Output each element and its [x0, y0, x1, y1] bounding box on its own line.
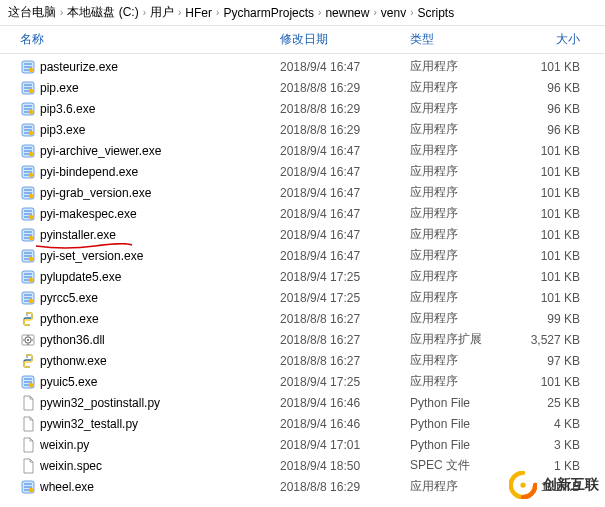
- file-date: 2018/9/4 16:47: [280, 144, 410, 158]
- file-name: pyi-makespec.exe: [40, 207, 137, 221]
- file-row[interactable]: pyinstaller.exe2018/9/4 16:47应用程序101 KB: [0, 224, 605, 245]
- file-date: 2018/8/8 16:27: [280, 354, 410, 368]
- file-size: 101 KB: [520, 186, 590, 200]
- file-type: SPEC 文件: [410, 457, 520, 474]
- file-row[interactable]: weixin.spec2018/9/4 18:50SPEC 文件1 KB: [0, 455, 605, 476]
- svg-point-17: [29, 235, 33, 239]
- file-name: python36.dll: [40, 333, 105, 347]
- file-type: 应用程序: [410, 100, 520, 117]
- col-header-date[interactable]: 修改日期: [280, 31, 410, 48]
- file-type: 应用程序: [410, 310, 520, 327]
- file-size: 1 KB: [520, 459, 590, 473]
- breadcrumb-item[interactable]: 本地磁盘 (C:): [67, 4, 138, 21]
- file-type: 应用程序: [410, 289, 520, 306]
- file-date: 2018/8/8 16:27: [280, 333, 410, 347]
- file-size: 101 KB: [520, 249, 590, 263]
- breadcrumb-item[interactable]: HFer: [185, 6, 212, 20]
- file-row[interactable]: wheel.exe2018/8/8 16:29应用程序101 KB: [0, 476, 605, 497]
- file-size: 101 KB: [520, 144, 590, 158]
- exe-icon: [20, 164, 36, 180]
- col-header-name[interactable]: 名称: [20, 31, 280, 48]
- file-date: 2018/9/4 17:25: [280, 291, 410, 305]
- exe-icon: [20, 206, 36, 222]
- exe-icon: [20, 59, 36, 75]
- file-date: 2018/9/4 16:47: [280, 60, 410, 74]
- file-name: pip3.6.exe: [40, 102, 95, 116]
- exe-icon: [20, 290, 36, 306]
- breadcrumb-item[interactable]: 用户: [150, 4, 174, 21]
- file-date: 2018/9/4 17:25: [280, 270, 410, 284]
- file-name: pyi-archive_viewer.exe: [40, 144, 161, 158]
- exe-icon: [20, 227, 36, 243]
- file-date: 2018/8/8 16:29: [280, 123, 410, 137]
- svg-point-24: [26, 314, 28, 316]
- file-date: 2018/9/4 17:25: [280, 375, 410, 389]
- file-size: 3,527 KB: [520, 333, 590, 347]
- chevron-right-icon: ›: [178, 7, 181, 18]
- file-row[interactable]: pyi-grab_version.exe2018/9/4 16:47应用程序10…: [0, 182, 605, 203]
- file-row[interactable]: pyi-set_version.exe2018/9/4 16:47应用程序101…: [0, 245, 605, 266]
- file-row[interactable]: pip.exe2018/8/8 16:29应用程序96 KB: [0, 77, 605, 98]
- file-date: 2018/9/4 17:01: [280, 438, 410, 452]
- file-row[interactable]: python36.dll2018/8/8 16:27应用程序扩展3,527 KB: [0, 329, 605, 350]
- file-date: 2018/8/8 16:29: [280, 480, 410, 494]
- file-size: 101 KB: [520, 165, 590, 179]
- file-row[interactable]: pyi-makespec.exe2018/9/4 16:47应用程序101 KB: [0, 203, 605, 224]
- file-row[interactable]: python.exe2018/8/8 16:27应用程序99 KB: [0, 308, 605, 329]
- file-row[interactable]: pywin32_postinstall.py2018/9/4 16:46Pyth…: [0, 392, 605, 413]
- file-row[interactable]: pyi-archive_viewer.exe2018/9/4 16:47应用程序…: [0, 140, 605, 161]
- svg-point-28: [26, 356, 28, 358]
- svg-point-19: [29, 256, 33, 260]
- chevron-right-icon: ›: [318, 7, 321, 18]
- breadcrumb-item[interactable]: 这台电脑: [8, 4, 56, 21]
- file-date: 2018/9/4 16:47: [280, 186, 410, 200]
- chevron-right-icon: ›: [216, 7, 219, 18]
- file-name: pyi-grab_version.exe: [40, 186, 151, 200]
- file-name: weixin.py: [40, 438, 89, 452]
- svg-point-32: [29, 487, 33, 491]
- breadcrumb-item[interactable]: PycharmProjects: [223, 6, 314, 20]
- file-size: 101 KB: [520, 480, 590, 494]
- exe-icon: [20, 479, 36, 495]
- exe-icon: [20, 248, 36, 264]
- file-row[interactable]: pip3.exe2018/8/8 16:29应用程序96 KB: [0, 119, 605, 140]
- svg-point-13: [29, 193, 33, 197]
- file-icon: [20, 395, 36, 411]
- chevron-right-icon: ›: [410, 7, 413, 18]
- file-size: 101 KB: [520, 270, 590, 284]
- file-row[interactable]: pylupdate5.exe2018/9/4 17:25应用程序101 KB: [0, 266, 605, 287]
- file-size: 4 KB: [520, 417, 590, 431]
- file-size: 3 KB: [520, 438, 590, 452]
- file-row[interactable]: pyuic5.exe2018/9/4 17:25应用程序101 KB: [0, 371, 605, 392]
- file-row[interactable]: pyrcc5.exe2018/9/4 17:25应用程序101 KB: [0, 287, 605, 308]
- file-row[interactable]: pasteurize.exe2018/9/4 16:47应用程序101 KB: [0, 56, 605, 77]
- svg-point-27: [27, 339, 29, 341]
- breadcrumb-item[interactable]: venv: [381, 6, 406, 20]
- py-icon: [20, 353, 36, 369]
- col-header-type[interactable]: 类型: [410, 31, 520, 48]
- file-row[interactable]: pyi-bindepend.exe2018/9/4 16:47应用程序101 K…: [0, 161, 605, 182]
- breadcrumb-item[interactable]: newnew: [325, 6, 369, 20]
- file-type: 应用程序: [410, 79, 520, 96]
- col-header-size[interactable]: 大小: [520, 31, 590, 48]
- file-size: 101 KB: [520, 375, 590, 389]
- file-name: weixin.spec: [40, 459, 102, 473]
- file-row[interactable]: weixin.py2018/9/4 17:01Python File3 KB: [0, 434, 605, 455]
- file-type: 应用程序扩展: [410, 331, 520, 348]
- py-icon: [20, 311, 36, 327]
- exe-icon: [20, 101, 36, 117]
- breadcrumb-item[interactable]: Scripts: [418, 6, 455, 20]
- file-icon: [20, 458, 36, 474]
- file-type: 应用程序: [410, 121, 520, 138]
- file-name: python.exe: [40, 312, 99, 326]
- svg-point-1: [29, 67, 33, 71]
- file-row[interactable]: pywin32_testall.py2018/9/4 16:46Python F…: [0, 413, 605, 434]
- file-date: 2018/9/4 16:47: [280, 207, 410, 221]
- file-row[interactable]: pip3.6.exe2018/8/8 16:29应用程序96 KB: [0, 98, 605, 119]
- file-size: 99 KB: [520, 312, 590, 326]
- exe-icon: [20, 185, 36, 201]
- file-icon: [20, 437, 36, 453]
- file-row[interactable]: pythonw.exe2018/8/8 16:27应用程序97 KB: [0, 350, 605, 371]
- svg-point-15: [29, 214, 33, 218]
- file-name: pyinstaller.exe: [40, 228, 116, 242]
